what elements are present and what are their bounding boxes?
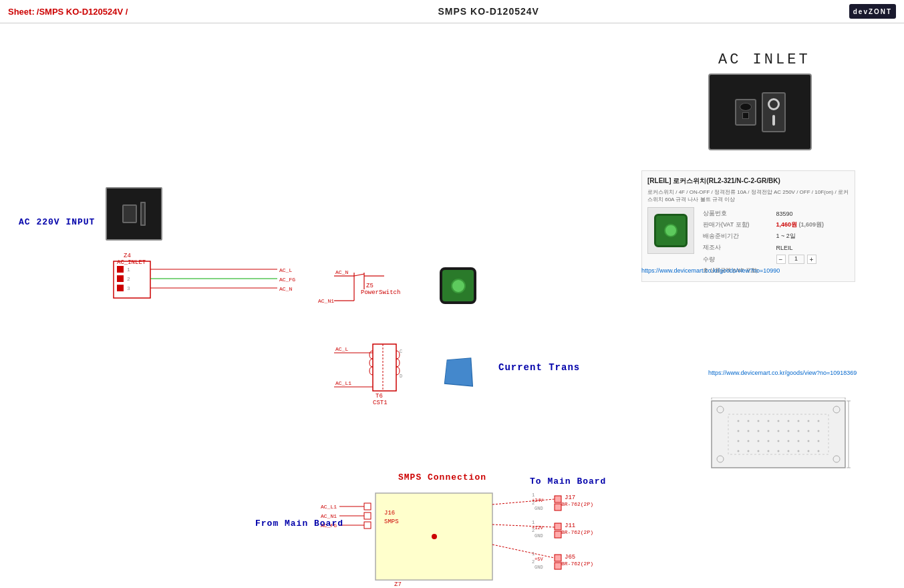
table-row: 배송준비기간 1 ~ 2일 [701, 231, 848, 241]
svg-text:AC_INLET: AC_INLET [117, 259, 146, 266]
header: Sheet: /SMPS KO-D120524V / SMPS KO-D1205… [0, 0, 904, 23]
svg-text:GND: GND [535, 506, 543, 511]
svg-point-110 [788, 440, 790, 442]
svg-rect-44 [364, 522, 371, 529]
svg-text:+5V: +5V [535, 557, 543, 562]
svg-rect-59 [555, 523, 561, 530]
current-trans-link[interactable]: https://www.devicemart.co.kr/goods/view?… [708, 370, 857, 376]
ac-inlet-image-content [735, 92, 786, 132]
ac-inlet-title: AC INLET [718, 51, 810, 68]
svg-text:GND: GND [535, 533, 543, 539]
svg-point-106 [748, 440, 750, 442]
switch-body [140, 202, 146, 226]
svg-rect-1 [117, 266, 124, 273]
svg-text:Z4: Z4 [124, 253, 131, 259]
svg-text:CST1: CST1 [373, 400, 388, 406]
svg-text:D: D [400, 374, 402, 379]
svg-line-77 [492, 545, 555, 558]
svg-point-107 [758, 440, 760, 442]
svg-point-105 [738, 440, 740, 442]
svg-point-87 [738, 420, 740, 422]
svg-point-109 [778, 440, 780, 442]
header-title: SMPS KO-D120524V [438, 6, 539, 17]
sheet-path: /SMPS KO-D120524V / [37, 7, 128, 17]
svg-rect-3 [117, 285, 124, 291]
svg-text:AC_FG: AC_FG [279, 277, 295, 283]
product-spec-table: 상품번호 83590 판매가(VAT 포함) 1,460원 (1,609원) 배… [700, 207, 849, 276]
ac-inlet-product-image [708, 74, 812, 150]
svg-point-112 [808, 440, 810, 442]
svg-text:PowerSwitch: PowerSwitch [361, 289, 400, 296]
table-row: 수량 − 1 + [701, 254, 848, 265]
svg-point-96 [738, 430, 740, 432]
svg-point-108 [768, 440, 770, 442]
svg-rect-28 [373, 344, 396, 391]
switch-i-symbol [772, 115, 775, 126]
value-delivery: 1 ~ 2일 [774, 231, 848, 241]
svg-point-121 [808, 450, 810, 452]
svg-point-118 [778, 450, 780, 452]
svg-text:3: 3 [127, 285, 130, 291]
to-main-board-label: To Main Board [530, 476, 606, 486]
svg-rect-60 [555, 531, 561, 538]
svg-text:Z5: Z5 [366, 283, 373, 289]
svg-text:J16: J16 [384, 510, 395, 517]
svg-text:J17: J17 [565, 494, 575, 501]
svg-text:2: 2 [532, 528, 535, 533]
product-link-1[interactable]: https://www.devicemart.co.kr/goods/view?… [641, 267, 780, 274]
svg-text:+24V: +24V [532, 498, 544, 503]
svg-text:2: 2 [127, 276, 130, 282]
switch-led-indicator [451, 279, 466, 293]
label-qty: 수량 [701, 254, 773, 265]
svg-point-111 [798, 440, 800, 442]
svg-point-97 [748, 430, 750, 432]
product-details: 상품번호 83590 판매가(VAT 포함) 1,460원 (1,609원) 배… [647, 207, 849, 276]
smps-connection-label: SMPS Connection [398, 472, 486, 482]
svg-line-75 [492, 499, 555, 504]
svg-rect-0 [114, 261, 150, 298]
svg-point-89 [758, 420, 760, 422]
value-price: 1,460원 (1,609원) [774, 220, 848, 230]
svg-rect-78 [712, 401, 845, 468]
qty-value: 1 [788, 255, 804, 264]
svg-text:BR-762(2P): BR-762(2P) [561, 501, 593, 507]
svg-point-116 [758, 450, 760, 452]
svg-rect-2 [117, 275, 124, 282]
svg-rect-51 [555, 496, 561, 502]
svg-line-18 [354, 274, 364, 276]
svg-point-104 [818, 430, 820, 432]
qty-control[interactable]: − 1 + [776, 255, 846, 264]
svg-text:+12V: +12V [532, 525, 544, 531]
svg-point-94 [808, 420, 810, 422]
current-trans-diagram: -- [708, 398, 855, 474]
svg-point-103 [808, 430, 810, 432]
ac-inlet-component-img [106, 187, 162, 241]
svg-text:1: 1 [532, 492, 535, 498]
svg-point-117 [768, 450, 770, 452]
svg-text:1: 1 [532, 520, 535, 525]
svg-text:AC_N1: AC_N1 [318, 298, 334, 304]
svg-text:2: 2 [532, 559, 535, 565]
ac-inlet-img-small [106, 187, 162, 241]
product-image [647, 207, 694, 254]
switch-o-symbol [768, 98, 780, 110]
svg-text:AC_L1: AC_L1 [335, 380, 351, 386]
svg-text:AC_L: AC_L [279, 267, 292, 273]
value-qty: − 1 + [774, 254, 848, 265]
svg-point-100 [778, 430, 780, 432]
svg-point-98 [758, 430, 760, 432]
label-maker: 제조사 [701, 243, 773, 253]
qty-plus-button[interactable]: + [807, 255, 816, 264]
svg-point-101 [788, 430, 790, 432]
socket-body [122, 204, 137, 223]
header-sheet-info: Sheet: /SMPS KO-D120524V / [8, 7, 128, 17]
inlet-socket-component [735, 99, 756, 126]
svg-text:BR-762(2P): BR-762(2P) [561, 561, 593, 567]
svg-point-91 [778, 420, 780, 422]
qty-minus-button[interactable]: − [776, 255, 786, 264]
svg-text:1: 1 [127, 267, 130, 273]
table-row: 판매가(VAT 포함) 1,460원 (1,609원) [701, 220, 848, 230]
svg-point-115 [748, 450, 750, 452]
label-price: 판매가(VAT 포함) [701, 220, 773, 230]
svg-text:AC_L: AC_L [335, 346, 348, 352]
